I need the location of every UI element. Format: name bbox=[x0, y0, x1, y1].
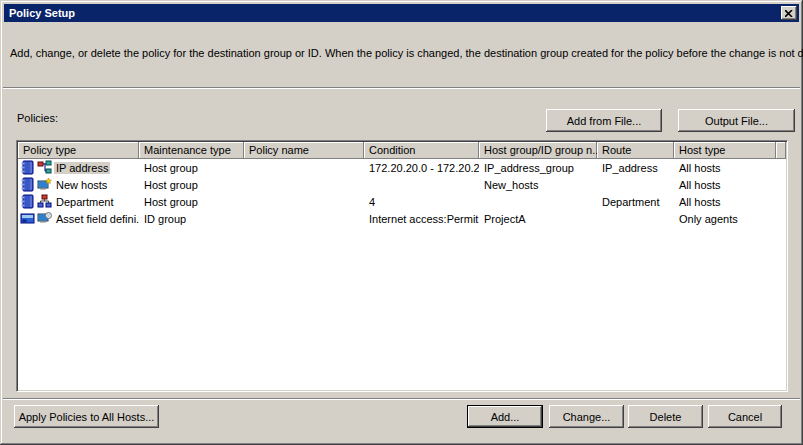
cancel-button[interactable]: Cancel bbox=[708, 405, 782, 428]
department-tree-icon bbox=[37, 194, 52, 209]
column-header-host-type[interactable]: Host type bbox=[674, 142, 776, 159]
table-row[interactable]: Asset field defini...ID groupInternet ac… bbox=[18, 210, 786, 227]
column-header-route[interactable]: Route bbox=[597, 142, 674, 159]
column-header-host-group-id-group-n[interactable]: Host group/ID group n... bbox=[479, 142, 597, 159]
cell-host-group: ProjectA bbox=[479, 213, 597, 225]
row-label: IP address bbox=[54, 162, 110, 174]
policy-setup-dialog: Policy Setup Add, change, or delete the … bbox=[0, 0, 803, 445]
cell-host-type: All hosts bbox=[674, 162, 776, 174]
window-title: Policy Setup bbox=[9, 7, 75, 19]
column-header-policy-type[interactable]: Policy type bbox=[18, 142, 139, 159]
cell-condition: 4 bbox=[364, 196, 479, 208]
cell-condition: Internet access:Permit bbox=[364, 213, 479, 225]
cell-maintenance-type: Host group bbox=[139, 162, 244, 174]
asset-field-icon bbox=[20, 211, 35, 226]
table-row[interactable]: DepartmentHost group4DepartmentAll hosts bbox=[18, 193, 786, 210]
cell-host-type: All hosts bbox=[674, 179, 776, 191]
policies-label: Policies: bbox=[17, 112, 58, 124]
agent-monitor-icon bbox=[37, 211, 52, 226]
apply-policies-all-hosts-button[interactable]: Apply Policies to All Hosts... bbox=[14, 405, 159, 428]
cell-host-type: Only agents bbox=[674, 213, 776, 225]
new-host-icon bbox=[37, 177, 52, 192]
cell-host-type: All hosts bbox=[674, 196, 776, 208]
row-label: Department bbox=[54, 196, 115, 208]
titlebar[interactable]: Policy Setup bbox=[4, 4, 799, 22]
close-icon bbox=[785, 10, 793, 17]
separator-top bbox=[3, 87, 800, 89]
list-header: Policy typeMaintenance typePolicy nameCo… bbox=[18, 142, 786, 159]
cell-maintenance-type: Host group bbox=[139, 196, 244, 208]
output-file-button[interactable]: Output File... bbox=[678, 109, 795, 132]
cell-policy-type: Department bbox=[18, 194, 139, 209]
cell-maintenance-type: Host group bbox=[139, 179, 244, 191]
column-header-filler bbox=[776, 142, 786, 159]
delete-button[interactable]: Delete bbox=[628, 405, 703, 428]
cell-maintenance-type: ID group bbox=[139, 213, 244, 225]
cell-condition: 172.20.20.0 - 172.20.2... bbox=[364, 162, 479, 174]
policies-list[interactable]: Policy typeMaintenance typePolicy nameCo… bbox=[16, 140, 788, 392]
cell-route: IP_address bbox=[597, 162, 674, 174]
dialog-description: Add, change, or delete the policy for th… bbox=[10, 47, 795, 59]
separator-bottom bbox=[3, 398, 800, 400]
cell-policy-type: New hosts bbox=[18, 177, 139, 192]
column-header-condition[interactable]: Condition bbox=[364, 142, 479, 159]
address-book-icon bbox=[20, 177, 35, 192]
change-button[interactable]: Change... bbox=[549, 405, 624, 428]
cell-policy-type: Asset field defini... bbox=[18, 211, 139, 226]
table-row[interactable]: New hostsHost groupNew_hostsAll hosts bbox=[18, 176, 786, 193]
address-book-icon bbox=[20, 194, 35, 209]
cell-policy-type: IP address bbox=[18, 160, 139, 175]
ip-network-icon bbox=[37, 160, 52, 175]
cell-host-group: New_hosts bbox=[479, 179, 597, 191]
cell-route: Department bbox=[597, 196, 674, 208]
list-body: IP addressHost group172.20.20.0 - 172.20… bbox=[18, 159, 786, 227]
add-button[interactable]: Add... bbox=[467, 405, 543, 428]
row-label: Asset field defini... bbox=[54, 213, 139, 225]
cell-host-group: IP_address_group bbox=[479, 162, 597, 174]
close-button[interactable] bbox=[781, 6, 797, 20]
add-from-file-button[interactable]: Add from File... bbox=[546, 109, 662, 132]
table-row[interactable]: IP addressHost group172.20.20.0 - 172.20… bbox=[18, 159, 786, 176]
row-label: New hosts bbox=[54, 179, 109, 191]
column-header-policy-name[interactable]: Policy name bbox=[244, 142, 364, 159]
address-book-icon bbox=[20, 160, 35, 175]
column-header-maintenance-type[interactable]: Maintenance type bbox=[139, 142, 244, 159]
